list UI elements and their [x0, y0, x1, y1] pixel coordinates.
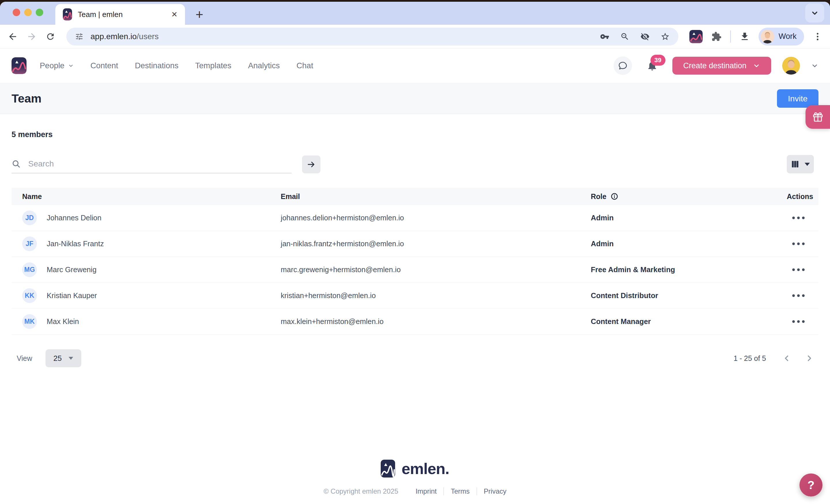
chevron-down-icon	[68, 63, 74, 69]
table-row: KK Kristian Kauper kristian+hermiston@em…	[11, 283, 819, 309]
imprint-link[interactable]: Imprint	[416, 487, 437, 495]
member-role: Admin	[580, 214, 787, 222]
notifications-button[interactable]: 39	[643, 57, 662, 75]
chevron-down-icon	[753, 62, 760, 69]
info-icon[interactable]	[610, 192, 618, 200]
tab-search-button[interactable]	[805, 3, 824, 23]
menu-item-label: People	[40, 61, 65, 70]
menu-item-destinations[interactable]: Destinations	[135, 61, 179, 70]
window-controls	[13, 9, 43, 16]
chat-bubble-button[interactable]	[613, 57, 632, 75]
header-role: Role	[580, 192, 787, 201]
tab-close-icon[interactable]: ✕	[171, 10, 178, 19]
caret-down-icon	[69, 357, 73, 360]
profile-chevron-icon[interactable]	[811, 62, 819, 69]
forward-button[interactable]	[27, 31, 37, 42]
emlen-extension-icon[interactable]	[689, 30, 703, 43]
row-actions-menu-button[interactable]	[790, 318, 807, 325]
header-role-label: Role	[591, 192, 606, 201]
browser-toolbar: app.emlen.io/users	[0, 25, 830, 48]
browser-profile-chip[interactable]: Work	[759, 28, 804, 45]
emlen-footer-logo-icon	[381, 460, 395, 477]
header-actions: Actions	[787, 192, 824, 201]
rewards-gift-button[interactable]	[805, 105, 830, 129]
member-initials-avatar: MK	[22, 314, 37, 329]
member-name: Johannes Delion	[47, 214, 101, 222]
members-count: 5 members	[11, 130, 53, 139]
menu-item-analytics[interactable]: Analytics	[248, 61, 280, 70]
reload-button[interactable]	[45, 32, 55, 41]
pagination-range: 1 - 25 of 5	[733, 354, 766, 363]
back-button[interactable]	[7, 31, 18, 42]
member-name-cell: KK Kristian Kauper	[11, 288, 270, 303]
member-name: Kristian Kauper	[47, 292, 97, 300]
member-initials-avatar: KK	[22, 288, 37, 303]
row-actions-menu-button[interactable]	[790, 266, 807, 273]
menu-item-people[interactable]: People	[40, 61, 74, 70]
zoom-window-button[interactable]	[36, 9, 43, 16]
create-destination-label: Create destination	[683, 61, 746, 70]
arrow-right-icon	[307, 160, 316, 169]
view-label: View	[17, 354, 32, 363]
help-button[interactable]: ?	[799, 473, 823, 497]
member-name: Jan-Niklas Frantz	[47, 240, 104, 248]
extensions-button[interactable]	[711, 31, 722, 42]
member-actions-cell	[787, 214, 819, 222]
chevron-left-icon	[782, 354, 791, 363]
browser-tabstrip: Team | emlen ✕ +	[0, 2, 830, 25]
page-size-select[interactable]: 25	[45, 349, 81, 367]
url-text: app.emlen.io/users	[91, 32, 159, 41]
chevron-down-icon	[810, 8, 820, 18]
minimize-window-button[interactable]	[24, 9, 32, 16]
browser-menu-button[interactable]	[813, 32, 823, 41]
main-menu: People Content Destinations Templates An…	[40, 61, 313, 70]
browser-tab[interactable]: Team | emlen ✕	[55, 4, 185, 25]
notification-count-badge: 39	[650, 55, 665, 66]
search-submit-button[interactable]	[302, 156, 320, 173]
privacy-link[interactable]: Privacy	[484, 487, 507, 495]
forward-arrow-icon	[27, 31, 37, 42]
new-tab-button[interactable]: +	[191, 6, 208, 23]
header-name: Name	[11, 192, 270, 201]
profile-name-label: Work	[778, 32, 797, 41]
caret-down-icon	[805, 163, 810, 166]
chat-bubble-icon	[617, 61, 628, 71]
menu-item-templates[interactable]: Templates	[195, 61, 231, 70]
previous-page-button[interactable]	[782, 354, 791, 363]
puzzle-icon	[711, 31, 722, 42]
pagination-controls	[782, 354, 814, 363]
row-actions-menu-button[interactable]	[790, 240, 807, 247]
member-actions-cell	[787, 292, 819, 299]
terms-link[interactable]: Terms	[451, 487, 470, 495]
close-window-button[interactable]	[13, 9, 20, 16]
back-arrow-icon	[7, 31, 18, 42]
menu-item-chat[interactable]: Chat	[296, 61, 313, 70]
create-destination-button[interactable]: Create destination	[672, 57, 771, 75]
avatar-image	[761, 30, 774, 43]
password-key-icon[interactable]	[600, 32, 609, 41]
bookmark-star-icon[interactable]	[661, 32, 670, 41]
eye-off-icon[interactable]	[640, 32, 649, 41]
table-body: JD Johannes Delion johannes.delion+hermi…	[11, 205, 819, 335]
user-avatar-button[interactable]	[782, 57, 800, 75]
pagination-row: View 25 1 - 25 of 5	[17, 349, 814, 368]
screenshot-stage: Team | emlen ✕ + app.emlen.io/users	[0, 0, 830, 504]
url-bar[interactable]: app.emlen.io/users	[66, 28, 678, 45]
table-header-row: Name Email Role Actions	[11, 188, 819, 205]
zoom-out-icon[interactable]	[620, 32, 630, 41]
member-actions-cell	[787, 266, 819, 273]
site-settings-icon[interactable]	[75, 32, 84, 41]
next-page-button[interactable]	[805, 354, 814, 363]
avatar-image	[782, 57, 800, 75]
row-actions-menu-button[interactable]	[790, 292, 807, 299]
divider	[477, 487, 477, 495]
menu-item-content[interactable]: Content	[91, 61, 118, 70]
reload-icon	[45, 32, 55, 41]
row-actions-menu-button[interactable]	[790, 214, 807, 222]
member-role: Admin	[580, 240, 787, 248]
emlen-logo-icon[interactable]	[11, 57, 27, 74]
downloads-button[interactable]	[739, 31, 750, 42]
column-settings-button[interactable]	[787, 155, 814, 173]
search-input[interactable]	[28, 159, 292, 169]
member-name-cell: MG Marc Grewenig	[11, 262, 270, 277]
